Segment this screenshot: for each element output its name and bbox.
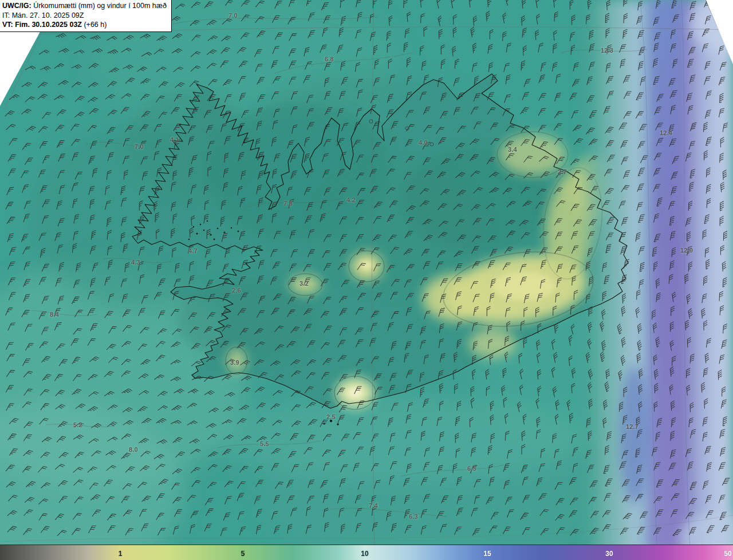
weather-map <box>0 0 733 560</box>
valid-time-text: VT: Fim. 30.10.2025 03Z <box>2 21 82 29</box>
init-time-prefix: IT: <box>2 11 10 19</box>
colorbar-tick: 30 <box>605 550 613 558</box>
lead-time-text: (+66 h) <box>82 21 107 29</box>
init-time-line: IT: Mán. 27. 10. 2025 09Z <box>2 11 167 21</box>
colorbar-tick: 15 <box>483 550 491 558</box>
colorbar-tick: 1 <box>119 550 123 558</box>
colorbar-tick: 5 <box>241 550 245 558</box>
colorbar-tick: 50 <box>724 550 731 558</box>
colorbar: 1510153050 <box>0 545 733 560</box>
model-id: UWC/IG: <box>2 2 31 10</box>
weather-map-app: 7.06.812.34.17.04.03.42.712.47.84.24.74.… <box>0 0 733 560</box>
colorbar-tick: 10 <box>361 550 368 558</box>
title-text: Úrkomumætti (mm) og vindur í 100m hæð <box>31 2 167 10</box>
map-title-box: UWC/IG: Úrkomumætti (mm) og vindur í 100… <box>0 0 172 32</box>
offshore-precip-band <box>578 0 733 560</box>
title-line: UWC/IG: Úrkomumætti (mm) og vindur í 100… <box>2 1 167 11</box>
valid-time-line: VT: Fim. 30.10.2025 03Z (+66 h) <box>2 20 167 30</box>
init-time-text: Mán. 27. 10. 2025 09Z <box>10 11 84 19</box>
